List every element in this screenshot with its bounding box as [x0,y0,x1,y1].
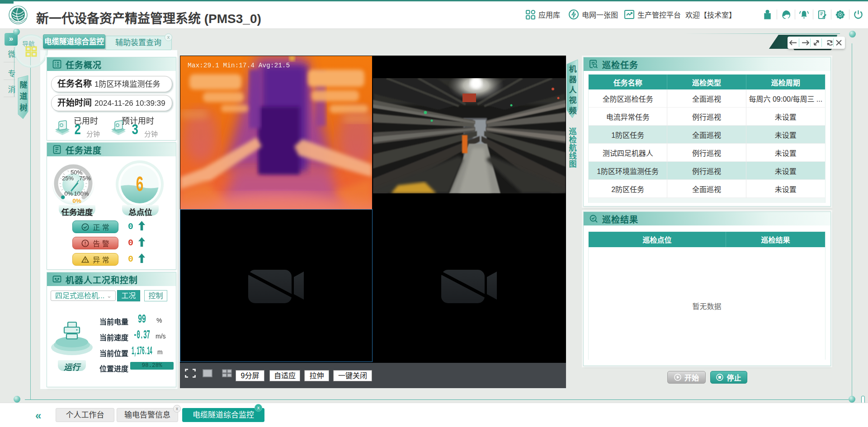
svg-text:6: 6 [136,173,144,197]
svg-text:25%: 25% [62,175,74,182]
svg-text:Max:29.1 Min:17.4 Avg:21.5: Max:29.1 Min:17.4 Avg:21.5 [188,62,290,69]
svg-text:0%: 0% [65,190,73,197]
svg-text:75%: 75% [79,175,91,182]
svg-text:100%: 100% [74,190,89,197]
